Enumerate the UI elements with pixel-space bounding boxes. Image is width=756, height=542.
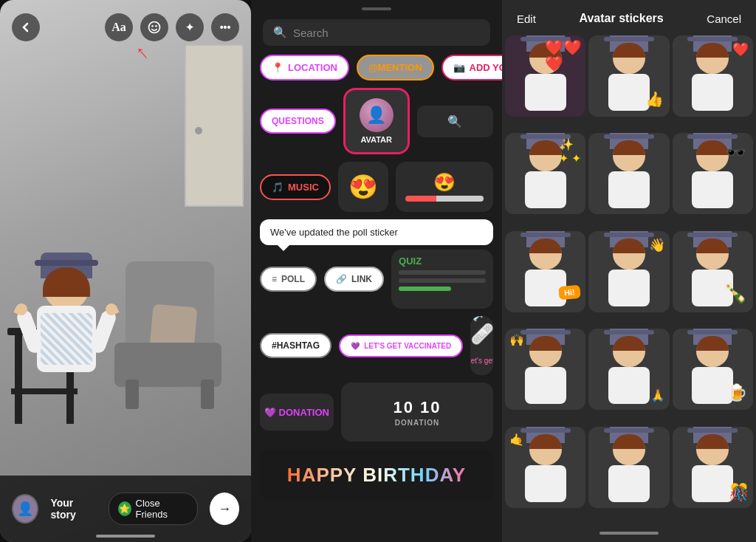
sticker-search-bar[interactable]: 🔍 Search (263, 19, 490, 46)
donation-cell[interactable]: 💜 DONATION (260, 394, 334, 430)
avatar-sticker-heart[interactable]: ❤️ (673, 35, 753, 117)
link-chip[interactable]: 🔗 LINK (324, 267, 384, 292)
quiz-cell[interactable]: QUIZ (391, 250, 493, 309)
avatar-shirt (41, 313, 92, 365)
poll-emoji: 😍 (433, 172, 456, 193)
svg-point-2 (155, 25, 157, 27)
av-body-2 (608, 74, 650, 111)
av-head-3 (696, 43, 729, 74)
avatar-sticker-hi[interactable]: Hi! (505, 231, 585, 312)
sticker-row-happybday: HAPPY BIRTHDAY (260, 449, 493, 501)
sticker-row-avatar: QUESTIONS 👤 AVATAR 🔍 (260, 88, 493, 154)
avatar-head (44, 269, 89, 309)
cancel-button[interactable]: Cancel (707, 13, 741, 25)
chair-leg-right (201, 380, 214, 409)
edit-button[interactable]: Edit (517, 13, 536, 25)
av-hat-brim-5 (604, 134, 654, 139)
avatar-sticker-party[interactable]: 🎊 (673, 427, 753, 508)
avatar-sticker-sitting[interactable] (588, 427, 669, 508)
avatar-thumb-left (13, 301, 29, 317)
happybday-cell[interactable]: HAPPY BIRTHDAY (260, 449, 493, 501)
av-body-6 (692, 171, 733, 208)
avatar-sticker-thumbsup[interactable]: 👍 (588, 35, 669, 117)
av-head-15 (696, 434, 729, 465)
avatar-sticker-champagne[interactable]: 🍾 (673, 231, 753, 312)
av-hat-brim-15 (687, 428, 738, 433)
your-story-label: Your story (50, 497, 96, 521)
avatar-sticker-grid: ❤️❤️❤️ 👍 (502, 32, 756, 524)
vaccination-sticker-cell[interactable]: 💉🩹let's getvaccinated (470, 316, 493, 375)
av-hat-brim-3 (687, 37, 738, 41)
add-yours-chip[interactable]: 📷 ADD YOURS (441, 55, 502, 80)
sticker-tool-button[interactable] (140, 13, 168, 41)
handsup-icon: 🙌 (509, 333, 524, 347)
sticker-row-countdown: 💜 DONATION 10 10 DONATION (260, 383, 493, 442)
quiz-progress (399, 287, 451, 291)
hashtag-chip[interactable]: #HASHTAG (260, 333, 331, 358)
poll-label: POLL (281, 274, 305, 284)
next-button[interactable]: → (210, 493, 239, 525)
poll-slider (405, 196, 484, 202)
door-knob (195, 127, 202, 134)
sticker-picker-panel: 🔍 Search 📍 LOCATION @MENTION 📷 ADD YOURS… (251, 0, 502, 542)
sticker-row-hashtag: #HASHTAG 💜 LET'S GET VACCINATED 💉🩹let's … (260, 316, 493, 375)
avatar-sticker-waving2[interactable]: 🤙 (505, 427, 585, 508)
countdown-cell[interactable]: 10 10 DONATION (341, 383, 493, 442)
avatar-sticker-sparkles[interactable]: ✨✦ ✦ (505, 133, 585, 214)
av-head-7 (529, 239, 562, 270)
chair-leg-left (126, 380, 139, 409)
wave-icon: 👋 (649, 237, 665, 253)
vaccination-chip[interactable]: 💜 LET'S GET VACCINATED (339, 335, 463, 357)
search-mini-box[interactable]: 🔍 (417, 106, 493, 137)
sticker-row-music: 🎵 MUSIC 😍 😍 (260, 162, 493, 212)
text-tool-button[interactable]: Aa (105, 13, 133, 41)
svg-point-1 (151, 25, 154, 27)
sticker-grid: 📍 LOCATION @MENTION 📷 ADD YOURS QUESTION… (251, 55, 502, 542)
avatar-char-5 (599, 140, 659, 207)
av-head-2 (613, 43, 645, 74)
questions-chip[interactable]: QUESTIONS (260, 109, 336, 134)
vaccination-sticker-art: 💉🩹let's getvaccinated (470, 316, 493, 375)
more-options-button[interactable]: ••• (211, 13, 239, 41)
home-bar (599, 532, 659, 535)
quiz-label: QUIZ (399, 255, 486, 267)
panel-handle (362, 7, 391, 10)
poll-slider-cell[interactable]: 😍 (396, 162, 493, 212)
mention-chip[interactable]: @MENTION (357, 55, 434, 80)
heart-icon-3: ❤️ (732, 41, 749, 58)
avatar-sticker-waving[interactable]: 👋 (588, 231, 669, 312)
sunglasses-icon: 🕶️ (726, 143, 746, 162)
av-hat-brim-12 (687, 330, 738, 335)
sparkle-tool-button[interactable]: ✦ (176, 13, 204, 41)
poll-chip[interactable]: ≡ POLL (260, 267, 317, 292)
av-body-5 (608, 171, 650, 208)
av-head-9 (696, 239, 729, 270)
mention-label: @MENTION (368, 62, 422, 73)
room-scene (0, 0, 251, 542)
avatar-sticker-hearts[interactable]: ❤️❤️❤️ (505, 35, 585, 117)
location-chip[interactable]: 📍 LOCATION (260, 55, 349, 80)
praying-icon: 🙏 (650, 388, 665, 402)
close-friends-button[interactable]: ⭐ Close Friends (109, 493, 199, 525)
av-head-11 (613, 336, 645, 367)
avatar-sticker-sunglasses[interactable]: 🕶️ (673, 133, 753, 214)
avatar-sticker-beer[interactable]: 🍺 (673, 329, 753, 410)
avatar-sticker-praying[interactable]: 🙏 (588, 329, 669, 410)
sparkles-overlay: ✨✦ ✦ (559, 137, 581, 165)
table-leg-left (15, 335, 22, 424)
quiz-line-2 (399, 278, 486, 283)
back-button[interactable] (12, 13, 40, 41)
avatar-sticker-label: AVATAR (360, 135, 392, 144)
music-chip[interactable]: 🎵 MUSIC (260, 174, 331, 200)
poll-icon: ≡ (272, 274, 277, 284)
avatar-sticker-neutral[interactable] (588, 133, 669, 214)
av-body-15 (692, 465, 733, 502)
emoji-sticker-cell[interactable]: 😍 (338, 162, 388, 212)
avatar-sticker-handsup[interactable]: 🙌 (505, 329, 585, 410)
avatar-hat-brim (35, 260, 98, 266)
avatar-sticker-cell[interactable]: 👤 AVATAR (343, 88, 410, 154)
quiz-line-1 (399, 270, 486, 275)
thumbsup-icon: 👍 (645, 90, 664, 108)
countdown-digits: 10 10 (393, 398, 441, 417)
avatar-stickers-title: Avatar stickers (580, 12, 664, 25)
